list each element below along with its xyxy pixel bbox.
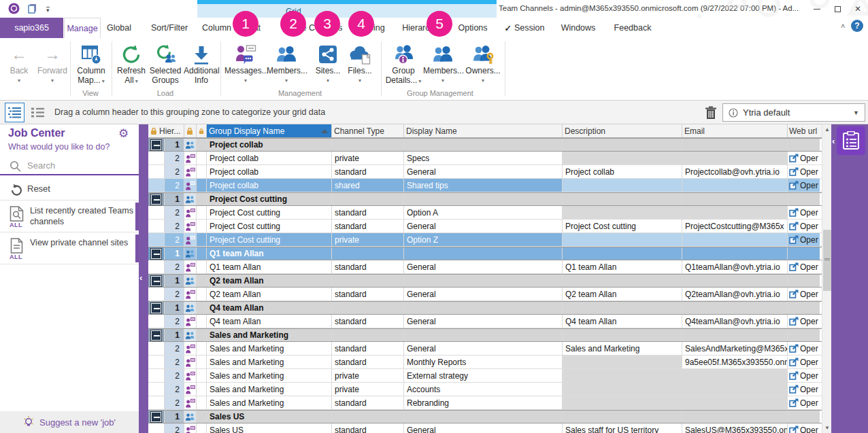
collapse-cell[interactable] — [148, 302, 165, 314]
table-row[interactable]: 2Q4 team AllanstandardGeneralQ4 team All… — [148, 315, 822, 328]
ribbon-button-selected-groups[interactable]: SelectedGroups — [147, 40, 184, 85]
collapse-icon[interactable] — [151, 249, 161, 259]
collapse-cell[interactable] — [148, 139, 165, 151]
table-row[interactable]: 1Project collab — [148, 138, 822, 152]
table-row[interactable]: 2Project collabprivateSpecsOper — [148, 152, 822, 165]
grid-view-selector[interactable]: Ytria default ▼ — [722, 103, 865, 122]
job-item-list-recent-channels[interactable]: ALL List recently created Teams channels — [0, 201, 139, 232]
web-url-cell[interactable]: Oper — [788, 396, 820, 409]
job-item-view-private-sites[interactable]: ALL View private channel sites — [0, 233, 139, 264]
ribbon-button-messages[interactable]: Messages...▾ — [224, 40, 267, 84]
table-row[interactable]: 2Project Cost cuttingstandardGeneralProj… — [148, 220, 822, 233]
ribbon-button-sites[interactable]: Sites...▾ — [312, 40, 344, 84]
view-toggle-compact[interactable] — [28, 103, 48, 122]
collapse-icon[interactable] — [151, 276, 161, 286]
collapse-ribbon-icon[interactable]: ˄ — [841, 22, 845, 30]
table-row[interactable]: 1Q4 team Allan — [148, 301, 822, 315]
vertical-scrollbar[interactable]: ▲ ▼ — [822, 124, 831, 433]
table-row[interactable]: 2Sales and MarketingstandardGeneralSales… — [148, 342, 822, 356]
table-row[interactable]: 2Project Cost cuttingprivateOption ZOper — [148, 233, 822, 247]
table-row[interactable]: 2Project collabstandardGeneralProject co… — [148, 165, 822, 179]
qat-customize-icon[interactable]: ▾ — [46, 7, 50, 13]
web-url-cell[interactable]: Oper — [788, 233, 820, 246]
table-row[interactable]: 2Sales and MarketingprivateExternal stra… — [148, 369, 822, 383]
ribbon-button-additional-info[interactable]: AdditionalInfo — [184, 40, 219, 85]
ribbon-button-files[interactable]: Files...▾ — [344, 40, 375, 84]
tab-global[interactable]: Global — [101, 18, 137, 38]
web-url-cell[interactable]: Oper — [788, 179, 820, 192]
search-field[interactable]: Search — [0, 157, 139, 175]
collapse-icon[interactable] — [151, 330, 161, 341]
scrollbar-thumb[interactable] — [823, 230, 831, 291]
tab-feedback[interactable]: Feedback — [605, 18, 660, 38]
column-header-lock[interactable] — [197, 124, 207, 137]
tab-session[interactable]: ✓Session — [499, 18, 550, 38]
ribbon-button-members[interactable]: Members...▾ — [267, 40, 306, 84]
collapse-cell[interactable] — [148, 193, 165, 205]
collapse-icon[interactable] — [151, 303, 161, 313]
collapse-cell[interactable] — [148, 275, 165, 287]
scroll-down-icon[interactable]: ▼ — [822, 423, 832, 433]
web-url-cell[interactable]: Oper — [788, 423, 820, 433]
column-header-channel-type[interactable]: Channel Type — [332, 124, 404, 137]
collapse-icon[interactable] — [151, 194, 161, 205]
ribbon-button-column-map[interactable]: ColumnMap...▾ — [72, 40, 110, 86]
column-header-display-name[interactable]: Display Name — [404, 124, 563, 137]
column-header-web-url[interactable]: Web url — [788, 124, 820, 137]
tab-manage[interactable]: Manage — [64, 18, 101, 38]
web-url-cell[interactable]: Oper — [788, 260, 820, 273]
web-url-cell[interactable]: Oper — [788, 288, 820, 300]
table-row[interactable]: 1Sales US — [148, 410, 822, 423]
web-url-cell[interactable]: Oper — [788, 165, 820, 178]
ribbon-button-refresh-all[interactable]: RefreshAll▾ — [114, 40, 148, 86]
suggest-job-button[interactable]: Suggest a new 'job' — [0, 411, 139, 433]
ribbon-button-owners[interactable]: Owners...▾ — [465, 40, 501, 84]
web-url-cell[interactable]: Oper — [788, 356, 820, 368]
table-row[interactable]: 1Q1 team Allan — [148, 247, 822, 260]
chevron-left-icon[interactable]: ‹ — [832, 136, 835, 146]
table-row[interactable]: 1Sales and Marketing — [148, 328, 822, 342]
tab-sort-filter[interactable]: Sort/Filter — [144, 18, 195, 38]
table-row[interactable]: 2Sales and MarketingstandardMonthly Repo… — [148, 356, 822, 369]
table-row[interactable]: 2Sales and MarketingprivateAccountsOper — [148, 383, 822, 396]
tab-windows[interactable]: Windows — [554, 18, 603, 38]
column-header-description[interactable]: Description — [563, 124, 682, 137]
table-row[interactable]: 2Q2 team AllanstandardGeneralQ2 team All… — [148, 288, 822, 301]
table-row[interactable]: 2Project collabsharedShared tipsOper — [148, 179, 822, 192]
collapse-cell[interactable] — [148, 411, 165, 423]
collapse-cell[interactable] — [148, 247, 165, 260]
table-row[interactable]: 1Project Cost cutting — [148, 192, 822, 206]
reset-button[interactable]: Reset — [0, 180, 139, 201]
column-header-group-display-name[interactable]: Group Display Name — [207, 124, 332, 137]
tab-sapio365[interactable]: sapio365 — [0, 18, 63, 38]
web-url-cell[interactable]: Oper — [788, 206, 820, 219]
table-row[interactable]: 2Sales and MarketingstandardRebrandingOp… — [148, 396, 822, 410]
app-logo-icon[interactable] — [8, 3, 20, 16]
windows-stack-icon[interactable] — [28, 3, 38, 16]
table-row[interactable]: 2Q1 team AllanstandardGeneralQ1 team All… — [148, 260, 822, 274]
ribbon-button-members[interactable]: Members...▾ — [423, 40, 463, 84]
web-url-cell[interactable]: Oper — [788, 152, 820, 164]
table-row[interactable]: 1Q2 team Allan — [148, 274, 822, 288]
web-url-cell[interactable]: Oper — [788, 315, 820, 328]
collapse-icon[interactable] — [151, 412, 161, 422]
tab-options[interactable]: Options — [450, 18, 495, 38]
column-header-email[interactable]: Email — [682, 124, 788, 137]
web-url-cell[interactable]: Oper — [788, 383, 820, 396]
collapse-cell[interactable] — [148, 329, 165, 341]
column-header-lock[interactable] — [184, 124, 197, 137]
sidebar-collapse-strip[interactable]: ‹ — [139, 124, 148, 433]
help-icon[interactable]: ? — [851, 20, 863, 32]
template-panel-icon[interactable] — [837, 126, 865, 155]
ribbon-button-forward[interactable]: →Forward▾ — [35, 40, 69, 84]
table-row[interactable]: 2Project Cost cuttingstandardOption AOpe… — [148, 206, 822, 220]
ribbon-button-back[interactable]: ←Back▾ — [4, 40, 34, 84]
collapse-icon[interactable] — [151, 140, 161, 150]
view-toggle-detailed[interactable] — [5, 103, 24, 122]
web-url-cell[interactable]: Oper — [788, 220, 820, 232]
table-row[interactable]: 2Sales USstandardGeneralSales staff for … — [148, 423, 822, 433]
web-url-cell[interactable]: Oper — [788, 342, 820, 355]
scroll-up-icon[interactable]: ▲ — [822, 124, 832, 135]
ribbon-button-group-details[interactable]: GroupDetails...▾ — [384, 40, 422, 86]
trash-icon[interactable] — [702, 104, 720, 122]
